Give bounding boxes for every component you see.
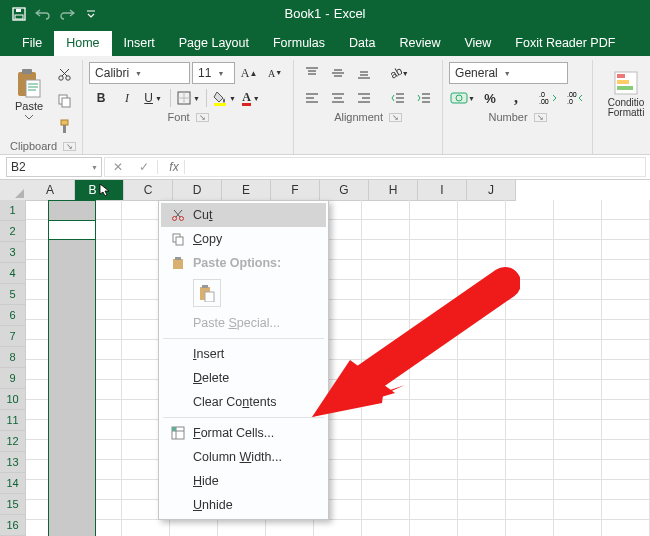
tab-review[interactable]: Review (387, 31, 452, 56)
cell[interactable] (458, 340, 506, 360)
cell[interactable] (554, 320, 602, 340)
menu-copy[interactable]: Copy (161, 227, 326, 251)
cell[interactable] (554, 340, 602, 360)
paste-button[interactable]: Paste (10, 62, 48, 126)
cell[interactable] (362, 460, 410, 480)
cell[interactable] (410, 460, 458, 480)
cell[interactable] (410, 300, 458, 320)
row-header-13[interactable]: 13 (0, 452, 26, 473)
col-header-E[interactable]: E (222, 180, 271, 201)
cell[interactable] (506, 240, 554, 260)
row-header-14[interactable]: 14 (0, 473, 26, 494)
cell[interactable] (602, 480, 650, 500)
copy-button[interactable] (52, 88, 76, 112)
cell[interactable] (362, 500, 410, 520)
cell[interactable] (362, 220, 410, 240)
row-header-2[interactable]: 2 (0, 221, 26, 242)
increase-indent-button[interactable] (412, 86, 436, 110)
cell[interactable] (602, 200, 650, 220)
cell[interactable] (362, 520, 410, 536)
qat-customize[interactable] (80, 3, 102, 25)
comma-format-button[interactable]: , (504, 86, 528, 110)
cell[interactable] (602, 380, 650, 400)
row-header-9[interactable]: 9 (0, 368, 26, 389)
menu-delete[interactable]: Delete (161, 366, 326, 390)
cell[interactable] (506, 320, 554, 340)
cell[interactable] (554, 460, 602, 480)
cell[interactable] (554, 480, 602, 500)
decrease-indent-button[interactable] (386, 86, 410, 110)
cell[interactable] (410, 500, 458, 520)
cell[interactable] (602, 440, 650, 460)
cell[interactable] (458, 300, 506, 320)
fill-color-button[interactable]: ▼ (212, 86, 237, 110)
cell[interactable] (410, 420, 458, 440)
cell[interactable] (410, 220, 458, 240)
cell[interactable] (602, 500, 650, 520)
tab-home[interactable]: Home (54, 31, 111, 56)
cell[interactable] (410, 360, 458, 380)
align-middle-button[interactable] (326, 61, 350, 85)
cell[interactable] (554, 520, 602, 536)
cell[interactable] (602, 460, 650, 480)
align-right-button[interactable] (352, 86, 376, 110)
font-dialog-launcher[interactable]: ↘ (196, 113, 209, 122)
row-header-11[interactable]: 11 (0, 410, 26, 431)
cell[interactable] (314, 520, 362, 536)
cell[interactable] (602, 300, 650, 320)
cell[interactable] (506, 200, 554, 220)
col-header-A[interactable]: A (26, 180, 75, 201)
cell[interactable] (362, 480, 410, 500)
cell[interactable] (458, 420, 506, 440)
tab-file[interactable]: File (10, 31, 54, 56)
cell[interactable] (362, 320, 410, 340)
cell[interactable] (410, 380, 458, 400)
menu-insert[interactable]: Insert (161, 342, 326, 366)
cell[interactable] (506, 280, 554, 300)
cell[interactable] (506, 460, 554, 480)
col-header-J[interactable]: J (467, 180, 516, 201)
align-bottom-button[interactable] (352, 61, 376, 85)
cell[interactable] (506, 400, 554, 420)
cell[interactable] (458, 520, 506, 536)
cell[interactable] (362, 340, 410, 360)
row-header-5[interactable]: 5 (0, 284, 26, 305)
font-size-select[interactable]: 11▼ (192, 62, 235, 84)
cell[interactable] (266, 520, 314, 536)
borders-button[interactable]: ▼ (176, 86, 201, 110)
cell[interactable] (602, 320, 650, 340)
font-color-button[interactable]: A▼ (239, 86, 263, 110)
cell[interactable] (506, 440, 554, 460)
cell[interactable] (554, 360, 602, 380)
cell[interactable] (458, 360, 506, 380)
row-header-8[interactable]: 8 (0, 347, 26, 368)
cell[interactable] (458, 320, 506, 340)
col-header-G[interactable]: G (320, 180, 369, 201)
cell[interactable] (506, 380, 554, 400)
cell[interactable] (506, 220, 554, 240)
row-header-10[interactable]: 10 (0, 389, 26, 410)
row-header-6[interactable]: 6 (0, 305, 26, 326)
accounting-format-button[interactable]: ▼ (449, 86, 476, 110)
cell[interactable] (410, 520, 458, 536)
cell[interactable] (410, 240, 458, 260)
cell[interactable] (410, 480, 458, 500)
cell[interactable] (362, 360, 410, 380)
tab-insert[interactable]: Insert (112, 31, 167, 56)
format-painter-button[interactable] (52, 114, 76, 138)
cell[interactable] (602, 260, 650, 280)
cell[interactable] (458, 460, 506, 480)
cell[interactable] (602, 360, 650, 380)
row-header-15[interactable]: 15 (0, 494, 26, 515)
cell[interactable] (362, 240, 410, 260)
cell[interactable] (602, 280, 650, 300)
cell[interactable] (410, 400, 458, 420)
cell[interactable] (602, 220, 650, 240)
col-header-C[interactable]: C (124, 180, 173, 201)
cell[interactable] (506, 360, 554, 380)
row-header-12[interactable]: 12 (0, 431, 26, 452)
cell[interactable] (410, 340, 458, 360)
cell[interactable] (554, 200, 602, 220)
grow-font-button[interactable]: A▲ (237, 61, 261, 85)
col-header-F[interactable]: F (271, 180, 320, 201)
